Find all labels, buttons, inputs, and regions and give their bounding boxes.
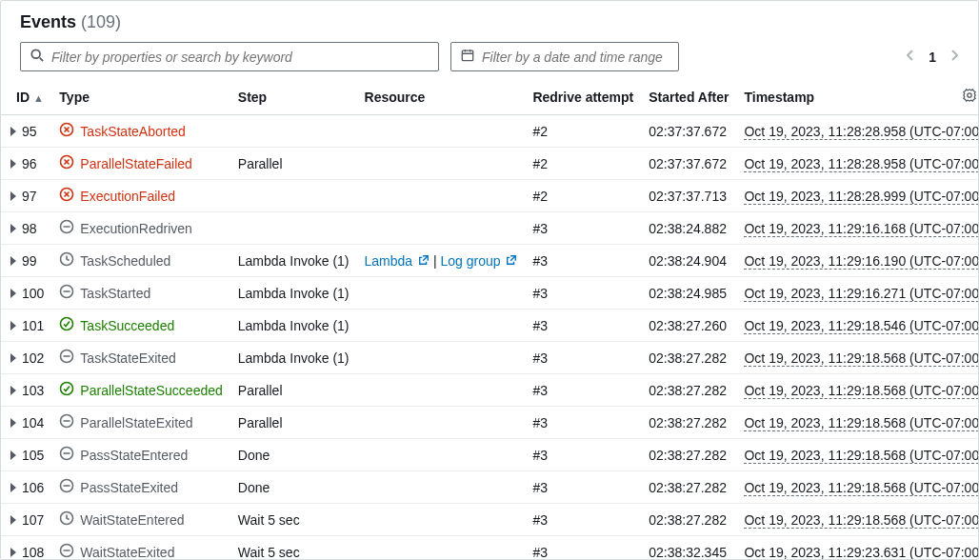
next-page-button[interactable]: [949, 49, 959, 65]
col-redrive[interactable]: Redrive attempt: [525, 79, 641, 115]
table-row: 96ParallelStateFailedParallel#202:37:37.…: [1, 148, 979, 180]
event-type: ParallelStateSucceeded: [80, 383, 222, 398]
panel-count: (109): [81, 12, 121, 31]
date-filter[interactable]: [450, 42, 679, 71]
event-started: 02:38:27.282: [641, 374, 736, 407]
table-row: 100TaskStartedLambda Invoke (1)#302:38:2…: [1, 277, 979, 310]
event-redrive: #3: [525, 471, 641, 504]
event-redrive: #3: [525, 439, 641, 471]
prev-page-button[interactable]: [906, 49, 915, 65]
status-icon: [59, 154, 74, 172]
event-timestamp[interactable]: Oct 19, 2023, 11:29:18.568 (UTC-07:00): [744, 480, 979, 496]
keyword-input[interactable]: [51, 50, 429, 65]
panel-title-row: Events (109): [20, 12, 959, 32]
event-timestamp[interactable]: Oct 19, 2023, 11:29:18.568 (UTC-07:00): [744, 448, 979, 464]
event-step: Parallel: [230, 407, 357, 439]
event-redrive: #3: [525, 245, 641, 277]
event-timestamp[interactable]: Oct 19, 2023, 11:29:16.168 (UTC-07:00): [744, 221, 979, 237]
col-type[interactable]: Type: [51, 79, 230, 115]
event-timestamp[interactable]: Oct 19, 2023, 11:29:18.568 (UTC-07:00): [744, 350, 979, 367]
event-started: 02:38:27.260: [641, 310, 736, 342]
event-id: 97: [22, 189, 37, 204]
expand-row-button[interactable]: [10, 418, 16, 428]
col-resource[interactable]: Resource: [357, 79, 526, 115]
resource-separator: |: [430, 253, 440, 269]
event-resource: [357, 310, 526, 342]
controls-row: 1: [20, 42, 959, 71]
table-row: 105PassStateEnteredDone#302:38:27.282Oct…: [1, 439, 979, 471]
svg-point-0: [31, 50, 40, 58]
col-timestamp[interactable]: Timestamp: [736, 79, 954, 115]
calendar-icon: [461, 49, 474, 65]
event-timestamp[interactable]: Oct 19, 2023, 11:28:28.958 (UTC-07:00): [744, 124, 979, 140]
keyword-filter[interactable]: [20, 42, 439, 71]
date-input[interactable]: [482, 50, 669, 65]
event-resource: [357, 374, 526, 407]
event-step: Wait 5 sec: [230, 536, 357, 561]
event-started: 02:38:27.282: [641, 407, 736, 439]
expand-row-button[interactable]: [10, 483, 16, 492]
event-timestamp[interactable]: Oct 19, 2023, 11:29:18.568 (UTC-07:00): [744, 383, 979, 399]
expand-row-button[interactable]: [10, 224, 16, 233]
event-resource: [357, 148, 526, 180]
expand-row-button[interactable]: [10, 159, 16, 169]
event-step: Lambda Invoke (1): [230, 310, 357, 342]
col-step[interactable]: Step: [230, 79, 357, 115]
event-timestamp[interactable]: Oct 19, 2023, 11:29:18.568 (UTC-07:00): [744, 512, 979, 529]
event-type: WaitStateEntered: [80, 512, 184, 528]
event-timestamp[interactable]: Oct 19, 2023, 11:29:16.190 (UTC-07:00): [744, 253, 979, 270]
expand-row-button[interactable]: [10, 450, 16, 460]
table-row: 106PassStateExitedDone#302:38:27.282Oct …: [1, 471, 979, 504]
event-started: 02:37:37.672: [641, 115, 736, 148]
expand-row-button[interactable]: [10, 127, 16, 136]
event-id: 104: [22, 415, 44, 430]
expand-row-button[interactable]: [10, 191, 16, 201]
expand-row-button[interactable]: [10, 256, 16, 266]
event-redrive: #3: [525, 277, 641, 310]
event-resource: Lambda | Log group: [357, 245, 526, 277]
event-timestamp[interactable]: Oct 19, 2023, 11:28:28.999 (UTC-07:00): [744, 189, 979, 205]
event-type: PassStateExited: [80, 480, 178, 495]
event-type: ParallelStateExited: [80, 415, 192, 430]
event-step: Lambda Invoke (1): [230, 277, 357, 310]
event-id: 100: [22, 286, 44, 301]
event-timestamp[interactable]: Oct 19, 2023, 11:29:16.271 (UTC-07:00): [744, 286, 979, 302]
col-started[interactable]: Started After: [641, 79, 736, 115]
expand-row-button[interactable]: [10, 289, 16, 298]
expand-row-button[interactable]: [10, 515, 16, 525]
table-row: 102TaskStateExitedLambda Invoke (1)#302:…: [1, 342, 979, 374]
status-icon: [59, 510, 74, 529]
event-type: ExecutionFailed: [80, 189, 175, 204]
expand-row-button[interactable]: [10, 548, 16, 557]
log-group-link[interactable]: Log group: [440, 253, 517, 269]
expand-row-button[interactable]: [10, 321, 16, 330]
svg-rect-2: [462, 50, 472, 61]
expand-row-button[interactable]: [10, 386, 16, 395]
status-icon: [59, 251, 74, 270]
expand-row-button[interactable]: [10, 353, 16, 363]
event-type: TaskStateExited: [80, 350, 175, 366]
event-id: 96: [22, 156, 37, 171]
lambda-link[interactable]: Lambda: [365, 253, 430, 269]
event-timestamp[interactable]: Oct 19, 2023, 11:29:18.546 (UTC-07:00): [744, 318, 979, 334]
event-type: ParallelStateFailed: [80, 156, 192, 171]
event-timestamp[interactable]: Oct 19, 2023, 11:28:28.958 (UTC-07:00): [744, 156, 979, 172]
event-timestamp[interactable]: Oct 19, 2023, 11:29:23.631 (UTC-07:00): [744, 545, 979, 561]
settings-button[interactable]: [955, 79, 979, 115]
col-id[interactable]: ID▲: [1, 79, 51, 115]
event-redrive: #2: [525, 148, 641, 180]
event-redrive: #3: [525, 212, 641, 245]
status-icon: [59, 446, 74, 464]
event-started: 02:37:37.713: [641, 180, 736, 212]
event-started: 02:38:27.282: [641, 342, 736, 374]
table-row: 97ExecutionFailed#202:37:37.713Oct 19, 2…: [1, 180, 979, 212]
status-icon: [59, 413, 74, 431]
table-row: 101TaskSucceededLambda Invoke (1)#302:38…: [1, 310, 979, 342]
event-timestamp[interactable]: Oct 19, 2023, 11:29:18.568 (UTC-07:00): [744, 415, 979, 431]
event-id: 108: [22, 545, 44, 560]
event-resource: [357, 115, 526, 148]
svg-line-21: [511, 255, 516, 260]
event-step: Done: [230, 471, 357, 504]
status-icon: [59, 122, 74, 140]
status-icon: [59, 284, 74, 302]
